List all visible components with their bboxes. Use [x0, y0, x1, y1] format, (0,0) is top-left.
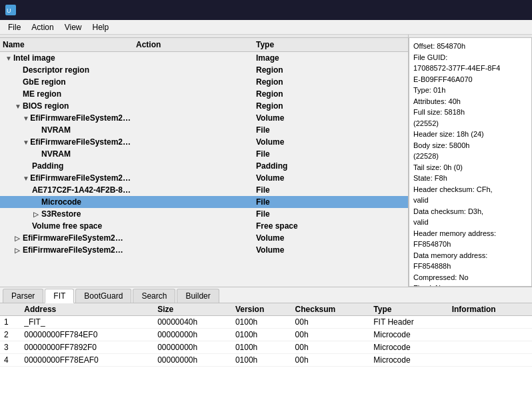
tree-item-label: BIOS region [23, 101, 69, 111]
tree-item-action [133, 77, 253, 87]
menu-bar: File Action View Help [0, 20, 532, 35]
info-line: Full size: 5818h [413, 107, 527, 118]
tree-item-label: GbE region [23, 77, 66, 87]
tree-item[interactable]: Descriptor regionRegion [0, 64, 408, 76]
info-line: FF854870h [413, 239, 527, 250]
tree-item-action [133, 221, 253, 231]
tree-item-label: EfiFirmwareFileSystem2… [30, 137, 131, 147]
col-name-header: Name [0, 39, 133, 50]
tree-item[interactable]: Volume free spaceFree space [0, 220, 408, 232]
tree-item[interactable]: ▼Intel imageImage [0, 52, 408, 64]
tree-item-type: Volume [253, 113, 408, 123]
expand-icon[interactable]: ▼ [23, 139, 30, 146]
fit-table-body: 1_FIT_00000040h0100h00hFIT Header2000000… [0, 316, 532, 367]
expand-icon[interactable]: ▼ [15, 103, 23, 110]
tree-item-action [133, 65, 253, 75]
fit-table-cell: 2 [0, 329, 20, 341]
tree-item[interactable]: NVRAMFile [0, 148, 408, 160]
info-line: Body size: 5800h [413, 140, 527, 151]
tree-item-type: File [253, 197, 408, 207]
tree-item-action [133, 233, 253, 243]
expand-icon[interactable]: ▷ [33, 211, 41, 218]
info-line: Attributes: 40h [413, 96, 527, 107]
tree-item[interactable]: ▼EfiFirmwareFileSystem2…Volume [0, 136, 408, 148]
fit-table-cell: Microcode [369, 329, 447, 341]
menu-file[interactable]: File [3, 21, 26, 33]
info-line: FF854888h [413, 261, 527, 272]
fit-table-row[interactable]: 200000000FF784EF000000000h0100h00hMicroc… [0, 329, 532, 341]
tree-item[interactable]: ▼EfiFirmwareFileSystem2…Volume [0, 172, 408, 184]
expand-icon[interactable]: ▼ [23, 115, 30, 122]
info-line: Type: 01h [413, 85, 527, 96]
fit-table-cell: 00000000h [153, 341, 231, 354]
info-line: State: F8h [413, 173, 527, 184]
expand-icon[interactable]: ▼ [5, 55, 13, 62]
tree-item[interactable]: ▷S3RestoreFile [0, 208, 408, 220]
tree-item-name: ▼EfiFirmwareFileSystem2… [0, 113, 133, 123]
tree-item-label: ME region [23, 89, 61, 99]
tree-item[interactable]: ME regionRegion [0, 88, 408, 100]
tab-fit[interactable]: FIT [45, 289, 74, 303]
info-line: Fixed: No [413, 283, 527, 287]
tree-item-label: Microcode [41, 197, 81, 207]
tree-item-type: Volume [253, 245, 408, 255]
tree-item-action [133, 197, 253, 207]
expand-icon[interactable]: ▼ [23, 175, 30, 182]
tree-item-label: NVRAM [41, 149, 71, 159]
expand-icon[interactable]: ▷ [15, 235, 23, 242]
menu-view[interactable]: View [59, 21, 87, 33]
window-controls [481, 3, 527, 17]
tab-search[interactable]: Search [133, 289, 175, 303]
tree-item-name: Descriptor region [0, 65, 133, 75]
fit-table-cell: 0100h [231, 329, 291, 341]
information-panel: Offset: 854870hFile GUID:17088572-377F-4… [409, 35, 532, 287]
fit-table-cell: 00000000h [153, 329, 231, 341]
menu-action[interactable]: Action [26, 21, 59, 33]
maximize-button[interactable] [497, 3, 511, 17]
tree-item[interactable]: PaddingPadding [0, 160, 408, 172]
fit-table-row[interactable]: 300000000FF7892F000000000h0100h00hMicroc… [0, 341, 532, 354]
tree-item-label: EfiFirmwareFileSystem2… [30, 173, 131, 183]
fit-col-header: Size [153, 303, 231, 316]
tree-item[interactable]: NVRAMFile [0, 124, 408, 136]
tree-item[interactable]: MicrocodeFile [0, 196, 408, 208]
info-line: Compressed: No [413, 272, 527, 283]
expand-icon[interactable]: ▷ [15, 247, 23, 254]
fit-table-cell [448, 329, 532, 341]
structure-body[interactable]: ▼Intel imageImage Descriptor regionRegio… [0, 52, 408, 287]
tree-item-name: AE717C2F-1A42-4F2B-8… [0, 185, 133, 195]
fit-table-cell: 0100h [231, 354, 291, 367]
tree-item[interactable]: ▼BIOS regionRegion [0, 100, 408, 112]
tree-item[interactable]: ▼EfiFirmwareFileSystem2…Volume [0, 112, 408, 124]
fit-table-cell: 00000000FF78EAF0 [20, 354, 153, 367]
tab-builder[interactable]: Builder [177, 289, 219, 303]
tree-item-label: Descriptor region [23, 65, 89, 75]
fit-table-cell: 00000000FF7892F0 [20, 341, 153, 354]
tree-item-type: File [253, 125, 408, 135]
info-line: (22552) [413, 118, 527, 129]
info-line: Tail size: 0h (0) [413, 162, 527, 173]
tree-item-action [133, 173, 253, 183]
tree-item-name: ▼BIOS region [0, 101, 133, 111]
tree-item-name: ▷S3Restore [0, 209, 133, 219]
tree-item[interactable]: ▷EfiFirmwareFileSystem2…Volume [0, 232, 408, 244]
tree-item[interactable]: GbE regionRegion [0, 76, 408, 88]
fit-col-header: Address [20, 303, 153, 316]
bottom-area: ParserFITBootGuardSearchBuilder AddressS… [0, 287, 532, 420]
close-button[interactable] [513, 3, 527, 17]
fit-table-row[interactable]: 1_FIT_00000040h0100h00hFIT Header [0, 316, 532, 329]
tree-item[interactable]: AE717C2F-1A42-4F2B-8…File [0, 184, 408, 196]
minimize-button[interactable] [481, 3, 495, 17]
fit-table-row[interactable]: 400000000FF78EAF000000000h0100h00hMicroc… [0, 354, 532, 367]
fit-table-cell: FIT Header [369, 316, 447, 329]
fit-table-cell [448, 316, 532, 329]
tree-item-name: ▷EfiFirmwareFileSystem2… [0, 245, 133, 255]
tree-item[interactable]: ▷EfiFirmwareFileSystem2…Volume [0, 244, 408, 256]
fit-col-header: Version [231, 303, 291, 316]
fit-table-cell: Microcode [369, 341, 447, 354]
tab-parser[interactable]: Parser [3, 289, 43, 303]
fit-table-cell: 0100h [231, 341, 291, 354]
tree-item-label: NVRAM [41, 125, 71, 135]
tab-bootguard[interactable]: BootGuard [75, 289, 131, 303]
menu-help[interactable]: Help [87, 21, 115, 33]
